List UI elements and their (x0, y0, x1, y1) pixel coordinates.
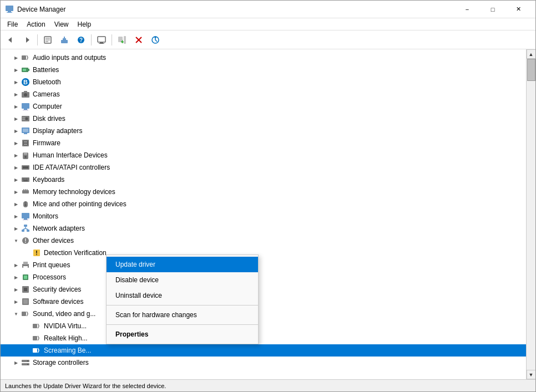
tree-item-ide[interactable]: ▶ IDE ATA/ATAPI controllers (1, 161, 526, 174)
back-button[interactable] (3, 32, 18, 48)
tree-item-software[interactable]: ▶ Software devices (1, 296, 526, 308)
expand-computer[interactable]: ▶ (12, 102, 21, 111)
context-disable-device[interactable]: Disable device (107, 272, 258, 288)
expand-display-adapters[interactable]: ▶ (12, 126, 21, 135)
tree-item-network[interactable]: ▶ Network adapters (1, 222, 526, 235)
scroll-down[interactable]: ▼ (527, 370, 536, 379)
scan-changes-button[interactable] (148, 32, 163, 48)
tree-item-storage[interactable]: ▶ Storage controllers (1, 357, 526, 369)
remove-device-button[interactable] (131, 32, 146, 48)
svg-text:?: ? (79, 37, 83, 43)
expand-other-devices[interactable]: ▼ (12, 236, 21, 245)
minimize-button[interactable]: − (454, 1, 480, 18)
tree-item-batteries[interactable]: ▶ Batteries (1, 64, 526, 76)
expand-batteries[interactable]: ▶ (12, 65, 21, 74)
context-scan-hardware[interactable]: Scan for hardware changes (107, 307, 258, 323)
properties-button[interactable] (40, 32, 55, 48)
tree-item-audio[interactable]: ▶ Audio inputs and outputs (1, 52, 526, 64)
svg-text:+: + (121, 39, 124, 44)
expand-sound-video[interactable]: ▼ (12, 309, 21, 318)
computer-label: Computer (33, 103, 62, 110)
display-monitor-button[interactable] (94, 32, 109, 48)
expand-network[interactable]: ▶ (12, 224, 21, 233)
forward-button[interactable] (19, 32, 35, 48)
tree-item-disk-drives[interactable]: ▶ Disk drives (1, 113, 526, 125)
scroll-thumb[interactable] (527, 59, 535, 81)
tree-item-realtek[interactable]: ▶ Realtek High... (1, 332, 526, 344)
expand-audio[interactable]: ▶ (12, 53, 21, 62)
expand-monitors[interactable]: ▶ (12, 212, 21, 221)
tree-item-hid[interactable]: ▶ Human Interface Devices (1, 149, 526, 161)
device-tree[interactable]: ▶ Audio inputs and outputs ▶ (1, 49, 526, 379)
firmware-icon (21, 138, 31, 148)
software-icon (21, 297, 31, 307)
menu-file[interactable]: File (3, 19, 22, 29)
update-driver-button[interactable] (57, 32, 72, 48)
svg-rect-54 (24, 179, 26, 180)
expand-disk-drives[interactable]: ▶ (12, 114, 21, 123)
svg-rect-70 (27, 230, 29, 232)
tree-item-nvidia[interactable]: ▶ NVIDIA Virtu... (1, 320, 526, 332)
expand-print-queues[interactable]: ▶ (12, 261, 21, 269)
svg-point-93 (27, 360, 28, 362)
software-label: Software devices (33, 298, 83, 306)
add-device-button[interactable]: + (114, 32, 130, 48)
tree-item-keyboards[interactable]: ▶ Keyboards (1, 174, 526, 186)
menu-view[interactable]: View (50, 19, 73, 29)
expand-memory[interactable]: ▶ (12, 187, 21, 196)
monitors-label: Monitors (33, 212, 58, 220)
expand-mice[interactable]: ▶ (12, 200, 21, 208)
tree-item-print-queues[interactable]: ▶ Print queues (1, 259, 526, 271)
scroll-up[interactable]: ▲ (527, 49, 536, 59)
expand-processors[interactable]: ▶ (12, 273, 21, 282)
context-properties[interactable]: Properties (107, 327, 258, 342)
expand-software[interactable]: ▶ (12, 297, 21, 306)
expand-bluetooth[interactable]: ▶ (12, 78, 21, 86)
camera-icon (21, 89, 31, 99)
tree-item-other-devices[interactable]: ▼ ! Other devices (1, 235, 526, 247)
toolbar-sep-2 (91, 34, 92, 45)
hid-label: Human Interface Devices (33, 151, 108, 159)
expand-cameras[interactable]: ▶ (12, 90, 21, 99)
tree-item-firmware[interactable]: ▶ Firmware (1, 137, 526, 149)
tree-item-mice[interactable]: ▶ Mice and other pointing devices (1, 198, 526, 210)
expand-firmware[interactable]: ▶ (12, 139, 21, 147)
network-label: Network adapters (33, 225, 85, 232)
tree-item-computer[interactable]: ▶ Computer (1, 100, 526, 113)
tree-item-screaming-bee[interactable]: ▶ Screaming Be... (1, 344, 526, 357)
menu-help[interactable]: Help (73, 19, 96, 29)
batteries-label: Batteries (33, 66, 59, 74)
tree-item-display-adapters[interactable]: ▶ Display adapters (1, 125, 526, 137)
tree-item-detection-verification[interactable]: ▶ ! Detection Verification (1, 247, 526, 259)
svg-rect-57 (23, 180, 28, 181)
expand-keyboards[interactable]: ▶ (12, 175, 21, 184)
tree-item-memory[interactable]: ▶ Memory technology devices (1, 186, 526, 198)
tree-item-cameras[interactable]: ▶ Cameras (1, 88, 526, 100)
maximize-button[interactable]: □ (480, 1, 505, 18)
svg-rect-18 (124, 36, 126, 44)
expand-security[interactable]: ▶ (12, 285, 21, 294)
help-button[interactable]: ? (73, 32, 89, 48)
svg-rect-66 (24, 218, 27, 220)
scroll-track[interactable] (527, 59, 536, 370)
expand-storage[interactable]: ▶ (12, 358, 21, 367)
tree-item-monitors[interactable]: ▶ Monitors (1, 210, 526, 222)
scrollbar[interactable]: ▲ ▼ (526, 49, 535, 379)
print-icon (21, 260, 31, 270)
title-bar: Device Manager − □ ✕ (1, 1, 535, 18)
svg-rect-11 (64, 37, 65, 39)
context-menu: Update driver Disable device Uninstall d… (106, 254, 259, 344)
expand-hid[interactable]: ▶ (12, 151, 21, 160)
tree-item-sound-video[interactable]: ▼ Sound, video and g... (1, 308, 526, 320)
svg-rect-32 (24, 91, 27, 93)
screaming-bee-icon (32, 345, 42, 355)
processor-icon (21, 272, 31, 282)
tree-item-processors[interactable]: ▶ Processors (1, 271, 526, 283)
context-update-driver[interactable]: Update driver (107, 257, 258, 272)
expand-ide[interactable]: ▶ (12, 163, 21, 172)
tree-item-security[interactable]: ▶ Security devices (1, 283, 526, 296)
menu-action[interactable]: Action (22, 19, 49, 29)
close-button[interactable]: ✕ (505, 1, 531, 18)
context-uninstall-device[interactable]: Uninstall device (107, 288, 258, 303)
tree-item-bluetooth[interactable]: ▶ B Bluetooth (1, 76, 526, 88)
